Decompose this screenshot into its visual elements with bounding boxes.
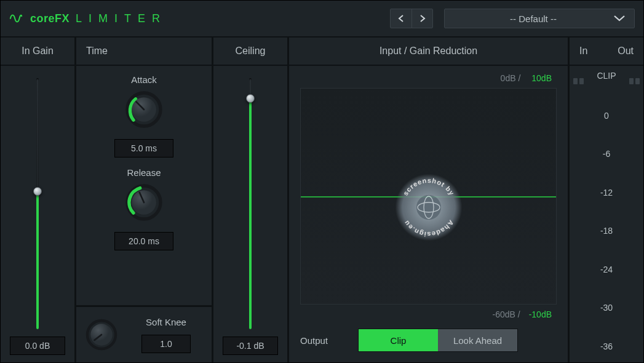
meter-tick: -24 (600, 265, 613, 274)
preset-next-button[interactable] (411, 9, 432, 28)
logo-wave-icon (9, 12, 23, 25)
meter-out-label: Out (618, 46, 634, 57)
visualization-panel: Input / Gain Reduction 0dB / 10dB screen… (289, 38, 568, 362)
meter-tick: -18 (600, 226, 613, 236)
brand-text: coreFX (30, 12, 70, 25)
output-mode-toggle: Clip Look Ahead (358, 329, 518, 352)
output-mode-lookahead-button[interactable]: Look Ahead (438, 329, 517, 351)
svg-point-11 (416, 195, 441, 220)
watermark-badge: screenshot by Ahadesign.eu (395, 174, 463, 241)
soft-knee-label: Soft Knee (146, 317, 186, 327)
soft-knee-panel: Soft Knee 1.0 (76, 305, 212, 362)
meter-tick: -30 (600, 303, 613, 313)
attack-label: Attack (131, 74, 157, 85)
meter-in-label: In (579, 46, 587, 57)
time-panel: Time Attack 5.0 ms Release (76, 38, 212, 362)
svg-point-12 (418, 202, 440, 212)
viz-bot-input-scale: -60dB / (493, 309, 520, 319)
meter-tick: -6 (603, 149, 610, 159)
meters-header: In Out (570, 38, 643, 66)
in-gain-label: In Gain (1, 38, 74, 66)
viz-top-input-scale: 0dB / (501, 73, 521, 83)
release-knob[interactable] (122, 180, 166, 225)
time-label: Time (76, 38, 212, 66)
output-label: Output (300, 335, 349, 346)
meter-tick: 0 (604, 111, 609, 121)
meter-in-bars (573, 71, 587, 354)
svg-text:screenshot by: screenshot by (401, 176, 455, 196)
plugin-title: LIMITER (76, 12, 167, 25)
in-gain-panel: In Gain 0.0 dB (1, 38, 74, 362)
soft-knee-knob[interactable] (82, 316, 121, 354)
meter-tick: -36 (600, 341, 613, 351)
svg-point-13 (424, 196, 434, 218)
preset-dropdown[interactable]: -- Default -- (444, 9, 635, 28)
meter-out-bars (626, 71, 640, 354)
in-gain-value[interactable]: 0.0 dB (10, 337, 65, 355)
viz-top-gr-scale: 10dB (531, 73, 552, 83)
ceiling-label: Ceiling (213, 38, 287, 66)
viz-graph[interactable]: screenshot by Ahadesign.eu (300, 88, 557, 305)
ceiling-panel: Ceiling -0.1 dB (213, 38, 287, 362)
svg-text:Ahadesign.eu: Ahadesign.eu (402, 218, 455, 237)
header-bar: coreFX LIMITER -- Default -- (1, 1, 643, 38)
viz-scale-top: 0dB / 10dB (300, 71, 557, 88)
viz-scale-bottom: -60dB / -10dB (300, 305, 557, 325)
release-label: Release (127, 167, 161, 178)
attack-value[interactable]: 5.0 ms (114, 139, 173, 158)
preset-current-label: -- Default -- (453, 14, 613, 24)
visualization-label: Input / Gain Reduction (289, 38, 568, 66)
viz-zero-line (301, 196, 556, 197)
preset-prev-button[interactable] (391, 9, 411, 28)
chevron-down-icon (613, 15, 626, 22)
soft-knee-value[interactable]: 1.0 (141, 335, 191, 353)
attack-knob[interactable] (122, 87, 166, 132)
meter-tick: -12 (600, 188, 613, 197)
preset-nav-group (390, 9, 433, 28)
ceiling-slider[interactable] (247, 78, 253, 329)
release-value[interactable]: 20.0 ms (114, 232, 173, 250)
meters-panel: In Out CLIP 0 -6 -12 -18 -24 -30 -36 (570, 38, 643, 362)
meter-scale: CLIP 0 -6 -12 -18 -24 -30 -36 (589, 71, 624, 354)
in-gain-slider[interactable] (34, 78, 41, 329)
output-mode-clip-button[interactable]: Clip (359, 329, 438, 351)
viz-bot-gr-scale: -10dB (529, 309, 552, 319)
ceiling-value[interactable]: -0.1 dB (223, 337, 278, 355)
meter-clip-label: CLIP (597, 71, 616, 81)
